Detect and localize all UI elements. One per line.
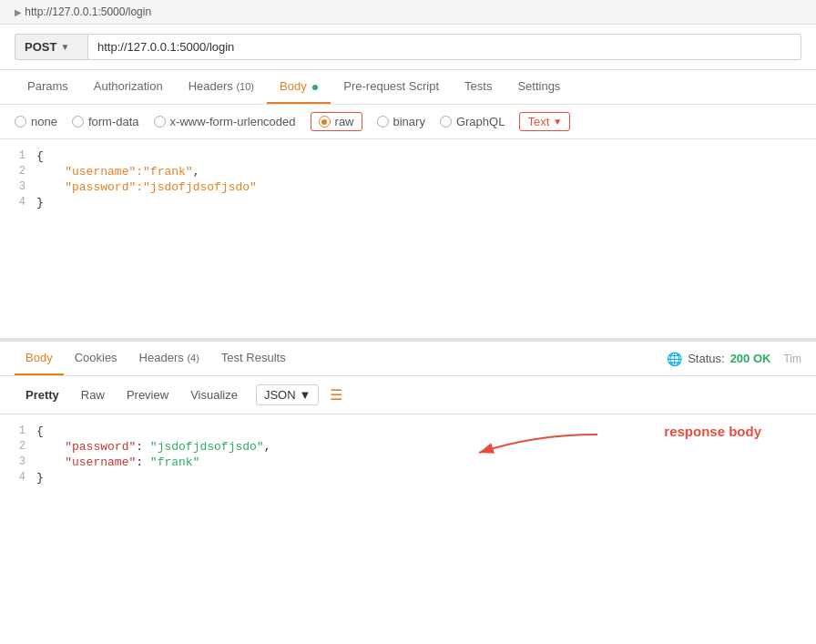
request-tabs: Params Authorization Headers (10) Body P…	[0, 70, 816, 105]
response-body-annotation: response body	[664, 424, 761, 439]
line-num-2: 2	[0, 165, 36, 178]
method-label: POST	[25, 40, 56, 54]
main-container: ▶ http://127.0.0.1:5000/login POST ▼ Par…	[0, 0, 816, 644]
text-format-dropdown[interactable]: Text ▼	[519, 112, 570, 131]
resp-line-content-3: "username": "frank"	[36, 455, 199, 469]
radio-raw[interactable]	[319, 116, 331, 128]
tab-params[interactable]: Params	[15, 70, 81, 104]
tab-headers[interactable]: Headers (10)	[176, 70, 267, 104]
response-tab-testresults[interactable]: Test Results	[210, 342, 297, 375]
response-tabs-bar: Body Cookies Headers (4) Test Results 🌐 …	[0, 342, 816, 376]
status-value: 200 OK	[730, 352, 771, 365]
tab-settings[interactable]: Settings	[505, 70, 573, 104]
radio-binary[interactable]	[377, 116, 389, 128]
breadcrumb-url: http://127.0.0.1:5000/login	[25, 5, 151, 18]
line-num-4: 4	[0, 196, 36, 209]
method-select[interactable]: POST ▼	[15, 34, 87, 60]
globe-icon: 🌐	[667, 352, 682, 366]
resp-code-line-3: 3 "username": "frank"	[0, 455, 816, 470]
annotation-arrow	[461, 427, 607, 464]
body-options-row: none form-data x-www-form-urlencoded raw…	[0, 105, 816, 139]
option-formdata-label: form-data	[88, 115, 139, 128]
option-graphql-label: GraphQL	[456, 115, 505, 128]
option-urlencoded[interactable]: x-www-form-urlencoded	[154, 115, 296, 128]
radio-graphql[interactable]	[440, 116, 452, 128]
tab-authorization[interactable]: Authorization	[81, 70, 176, 104]
radio-none[interactable]	[15, 116, 26, 128]
tab-tests[interactable]: Tests	[452, 70, 505, 104]
option-none[interactable]: none	[15, 115, 57, 128]
response-tab-cookies[interactable]: Cookies	[64, 342, 128, 375]
line-content-2: "username":"frank",	[36, 165, 199, 179]
subtab-visualize[interactable]: Visualize	[179, 383, 249, 406]
subtab-preview[interactable]: Preview	[116, 383, 179, 406]
resp-line-content-4: }	[36, 471, 44, 485]
response-body-container: response body 1 { 2 "p	[0, 414, 816, 533]
option-urlencoded-label: x-www-form-urlencoded	[170, 115, 296, 128]
resp-code-line-4: 4 }	[0, 470, 816, 486]
code-line-3: 3 "password":"jsdofjdsofjsdo"	[0, 179, 816, 195]
radio-formdata[interactable]	[72, 116, 84, 128]
response-tab-headers[interactable]: Headers (4)	[128, 342, 210, 375]
tab-body[interactable]: Body	[267, 70, 331, 104]
option-none-label: none	[31, 115, 57, 128]
response-format-label: JSON	[264, 388, 296, 402]
resp-line-content-1: {	[36, 424, 44, 438]
line-content-1: {	[36, 149, 44, 163]
resp-line-content-2: "password": "jsdofjdsofjsdo",	[36, 440, 270, 454]
status-prefix: Status:	[688, 352, 724, 365]
option-formdata[interactable]: form-data	[72, 115, 139, 128]
resp-line-num-2: 2	[0, 440, 36, 453]
code-line-2: 2 "username":"frank",	[0, 164, 816, 179]
time-label: Tim	[783, 353, 801, 365]
format-chevron: ▼	[300, 388, 311, 402]
line-num-3: 3	[0, 180, 36, 193]
url-input[interactable]	[87, 34, 801, 60]
expand-icon[interactable]: ▶	[15, 7, 22, 17]
method-chevron: ▼	[60, 42, 69, 52]
text-format-chevron: ▼	[553, 117, 562, 127]
response-headers-badge: (4)	[187, 353, 199, 363]
response-format-dropdown[interactable]: JSON ▼	[256, 384, 320, 405]
option-raw-label: raw	[335, 115, 354, 128]
line-content-3: "password":"jsdofjdsofjsdo"	[36, 180, 257, 194]
tab-prerequest[interactable]: Pre-request Script	[331, 70, 452, 104]
request-url-row: POST ▼	[0, 25, 816, 70]
response-tab-body[interactable]: Body	[15, 342, 64, 375]
option-binary[interactable]: binary	[377, 115, 425, 128]
headers-badge: (10)	[236, 81, 254, 92]
resp-code-line-2: 2 "password": "jsdofjdsofjsdo",	[0, 439, 816, 455]
text-format-label: Text	[527, 115, 549, 128]
format-lines-icon[interactable]: ☰	[330, 386, 342, 404]
subtab-raw[interactable]: Raw	[70, 383, 116, 406]
radio-urlencoded[interactable]	[154, 116, 166, 128]
code-line-4: 4 }	[0, 195, 816, 210]
option-raw[interactable]: raw	[311, 112, 362, 131]
resp-line-num-4: 4	[0, 471, 36, 484]
resp-line-num-3: 3	[0, 455, 36, 468]
line-content-4: }	[36, 196, 44, 210]
body-dot	[312, 85, 318, 90]
resp-line-num-1: 1	[0, 424, 36, 437]
line-num-1: 1	[0, 149, 36, 162]
response-status-bar: 🌐 Status: 200 OK Tim	[667, 344, 801, 373]
subtab-pretty[interactable]: Pretty	[15, 383, 70, 406]
response-subtabs: Pretty Raw Preview Visualize JSON ▼ ☰	[0, 376, 816, 414]
response-section: Body Cookies Headers (4) Test Results 🌐 …	[0, 340, 816, 533]
option-graphql[interactable]: GraphQL	[440, 115, 505, 128]
option-binary-label: binary	[393, 115, 425, 128]
breadcrumb-bar: ▶ http://127.0.0.1:5000/login	[0, 0, 816, 25]
code-line-1: 1 {	[0, 148, 816, 164]
request-body-editor[interactable]: 1 { 2 "username":"frank", 3 "password":"…	[0, 139, 816, 340]
